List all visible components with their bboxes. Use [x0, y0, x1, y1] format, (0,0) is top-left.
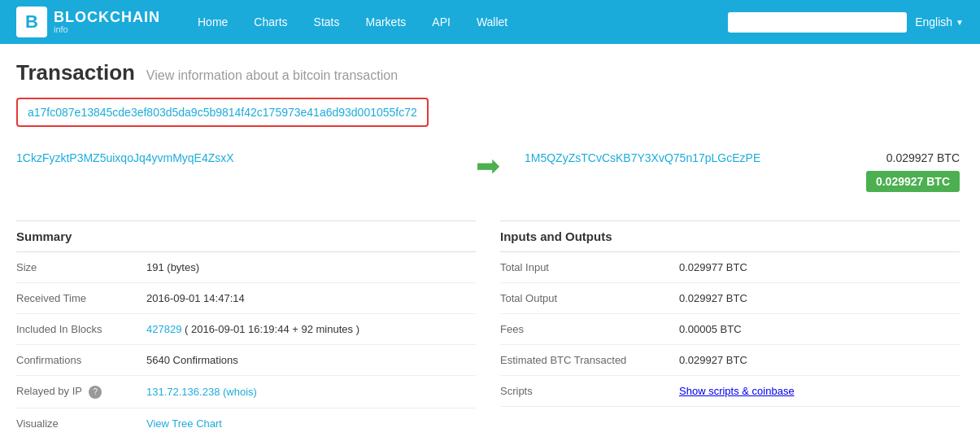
nav-home[interactable]: Home — [185, 0, 241, 44]
label-estimated: Estimated BTC Transacted — [500, 354, 679, 366]
brand-icon: B — [16, 7, 47, 37]
tx-to-row: 1M5QZyZsTCvCsKB7Y3XvQ75n17pLGcEzPE 0.029… — [525, 151, 960, 164]
block-link[interactable]: 427829 — [146, 323, 181, 335]
summary-table: Summary Size 191 (bytes) Received Time 2… — [16, 221, 476, 428]
label-total-output: Total Output — [500, 292, 679, 304]
value-total-output: 0.029927 BTC — [679, 292, 960, 304]
table-row-confirmations: Confirmations 5640 Confirmations — [16, 345, 476, 376]
value-fees: 0.00005 BTC — [679, 323, 960, 335]
table-row-scripts: Scripts Show scripts & coinbase — [500, 376, 960, 407]
io-heading: Inputs and Outputs — [500, 221, 960, 252]
label-total-input: Total Input — [500, 261, 679, 273]
table-row-size: Size 191 (bytes) — [16, 252, 476, 283]
table-row-total-output: Total Output 0.029927 BTC — [500, 283, 960, 314]
table-row-fees: Fees 0.00005 BTC — [500, 314, 960, 345]
label-confirmations: Confirmations — [16, 354, 146, 366]
nav-stats[interactable]: Stats — [301, 0, 353, 44]
value-total-input: 0.029977 BTC — [679, 261, 960, 273]
value-relayed: 131.72.136.238 (whois) — [146, 386, 476, 398]
tx-hash-link[interactable]: a17fc087e13845cde3ef803d5da9c5b9814f42c1… — [28, 106, 417, 119]
tx-from: 1CkzFyzktP3MZ5uixqoJq4yvmMyqE4ZsxX — [16, 151, 451, 164]
brand-sub: info — [54, 25, 160, 34]
value-size: 191 (bytes) — [146, 261, 476, 273]
page-content: Transaction View information about a bit… — [0, 44, 976, 428]
tx-flow: 1CkzFyzktP3MZ5uixqoJq4yvmMyqE4ZsxX ➡ 1M5… — [16, 143, 960, 200]
inputs-outputs-table: Inputs and Outputs Total Input 0.029977 … — [500, 221, 960, 428]
tx-amount-badge: 0.029927 BTC — [866, 171, 960, 192]
nav-charts[interactable]: Charts — [241, 0, 300, 44]
summary-heading: Summary — [16, 221, 476, 252]
language-button[interactable]: English — [915, 15, 964, 28]
visualize-link[interactable]: View Tree Chart — [146, 417, 222, 428]
label-blocks: Included In Blocks — [16, 323, 146, 335]
label-size: Size — [16, 261, 146, 273]
label-scripts: Scripts — [500, 385, 679, 397]
tables-row: Summary Size 191 (bytes) Received Time 2… — [16, 221, 960, 428]
value-scripts: Show scripts & coinbase — [679, 385, 960, 397]
table-row-total-input: Total Input 0.029977 BTC — [500, 252, 960, 283]
value-received: 2016-09-01 14:47:14 — [146, 292, 476, 304]
table-row-visualize: Visualize View Tree Chart — [16, 408, 476, 428]
tx-amount: 0.029927 BTC — [886, 151, 960, 164]
navbar-right: English — [728, 12, 964, 33]
table-row-relayed: Relayed by IP ? 131.72.136.238 (whois) — [16, 376, 476, 408]
value-confirmations: 5640 Confirmations — [146, 354, 476, 366]
page-subtitle: View information about a bitcoin transac… — [146, 68, 398, 82]
table-row-received: Received Time 2016-09-01 14:47:14 — [16, 283, 476, 314]
info-icon[interactable]: ? — [89, 386, 102, 399]
value-blocks: 427829 ( 2016-09-01 16:19:44 + 92 minute… — [146, 323, 476, 335]
table-row-blocks: Included In Blocks 427829 ( 2016-09-01 1… — [16, 314, 476, 345]
page-title: Transaction — [16, 60, 135, 85]
tx-to: 1M5QZyZsTCvCsKB7Y3XvQ75n17pLGcEzPE 0.029… — [525, 151, 960, 192]
search-input[interactable] — [728, 12, 907, 33]
value-visualize: View Tree Chart — [146, 417, 476, 428]
brand-logo[interactable]: B BLOCKCHAIN info — [16, 7, 160, 37]
relayed-link[interactable]: 131.72.136.238 (whois) — [146, 386, 257, 398]
page-title-area: Transaction View information about a bit… — [16, 60, 960, 85]
scripts-link[interactable]: Show scripts & coinbase — [679, 385, 795, 397]
brand-name: BLOCKCHAIN — [54, 10, 160, 26]
tx-to-address[interactable]: 1M5QZyZsTCvCsKB7Y3XvQ75n17pLGcEzPE — [525, 151, 760, 164]
nav-wallet[interactable]: Wallet — [464, 0, 520, 44]
label-relayed: Relayed by IP ? — [16, 385, 146, 399]
nav-markets[interactable]: Markets — [353, 0, 420, 44]
value-estimated: 0.029927 BTC — [679, 354, 960, 366]
brand-text: BLOCKCHAIN info — [54, 10, 160, 35]
nav-links: Home Charts Stats Markets API Wallet — [185, 0, 728, 44]
tx-arrow-icon: ➡ — [476, 151, 500, 181]
label-received: Received Time — [16, 292, 146, 304]
tx-hash-container: a17fc087e13845cde3ef803d5da9c5b9814f42c1… — [16, 98, 429, 127]
navbar: B BLOCKCHAIN info Home Charts Stats Mark… — [0, 0, 980, 44]
nav-api[interactable]: API — [419, 0, 464, 44]
label-visualize: Visualize — [16, 417, 146, 428]
tx-from-address[interactable]: 1CkzFyzktP3MZ5uixqoJq4yvmMyqE4ZsxX — [16, 151, 234, 164]
label-fees: Fees — [500, 323, 679, 335]
table-row-estimated: Estimated BTC Transacted 0.029927 BTC — [500, 345, 960, 376]
